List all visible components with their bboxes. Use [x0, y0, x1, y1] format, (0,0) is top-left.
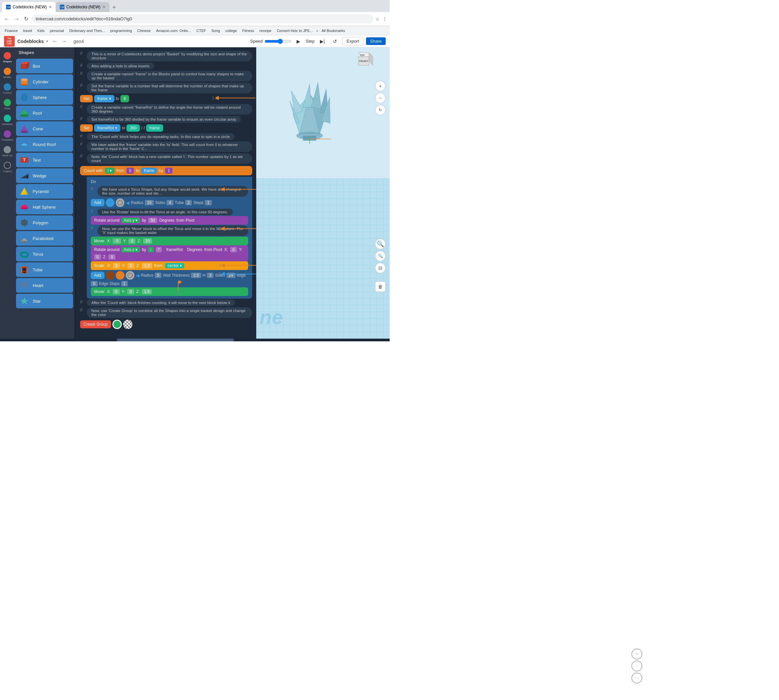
tab-inactive[interactable]: CB Codeblocks (NEW) ✕ — [56, 2, 109, 12]
menu-icon[interactable]: ⋮ — [382, 16, 387, 22]
cat-control[interactable]: Control — [1, 81, 14, 96]
bookmark-convert[interactable]: Convert Heic to JPE... — [275, 28, 315, 33]
bookmark-finance[interactable]: Finance — [3, 28, 20, 33]
rotate2-from: from Pivot — [204, 247, 222, 252]
star-icon[interactable]: ☆ — [375, 16, 379, 22]
move2-row[interactable]: Move: X: 0 Y: 0 Z: 1.5 — [91, 287, 248, 296]
torus-shape-btn[interactable] — [106, 198, 114, 207]
set-framerot-keyword[interactable]: Set — [80, 124, 93, 132]
cat-shapes[interactable]: Shapes — [1, 50, 14, 65]
new-tab-button[interactable]: + — [109, 3, 119, 12]
reset-button[interactable]: ↺ — [330, 37, 339, 45]
view-cube[interactable]: TOP FRONT — [352, 52, 373, 69]
shape-item-tube[interactable]: Tube — [16, 262, 73, 277]
add2-keyword-block[interactable]: Add — [91, 272, 104, 279]
add-arrow: ◀ — [126, 200, 129, 205]
framerot-var-block[interactable]: frameRot ▾ — [94, 124, 120, 132]
forward-button[interactable]: → — [13, 15, 21, 23]
delete-btn-3d[interactable]: 🗑 — [375, 281, 386, 292]
shape-item-torus[interactable]: Torus — [16, 247, 73, 261]
play-button[interactable]: ▶ — [294, 37, 303, 45]
group-color-btn2[interactable] — [123, 320, 132, 329]
framerot-val1-block[interactable]: 360 — [127, 124, 140, 132]
shape-item-half-sphere[interactable]: Half Sphere — [16, 200, 73, 214]
shape-categories: Shapes Modify Control Math Variables Tem… — [0, 47, 15, 339]
remove-view-btn[interactable]: − — [375, 93, 386, 103]
cat-variables[interactable]: Variables — [1, 113, 14, 128]
rotate-row[interactable]: Rotate around Axis y ▾ by 50 Degrees fro… — [91, 216, 248, 225]
framerot-val2-block[interactable]: frame — [146, 124, 163, 132]
bookmark-dictionary[interactable]: Dictionary and Thes... — [67, 28, 107, 33]
rotate2-axis[interactable]: Axis z ▾ — [122, 247, 140, 252]
add2-shape2[interactable] — [116, 271, 124, 280]
zoom-out-3d[interactable]: 🔍 — [375, 251, 386, 261]
tab-active[interactable]: CB Codeblocks (NEW) ✕ — [2, 2, 56, 12]
bookmark-personal[interactable]: personal — [48, 28, 66, 33]
rotate-view-btn[interactable]: ↻ — [375, 105, 386, 115]
bookmarks-more[interactable]: » — [316, 29, 318, 33]
bookmark-amazon[interactable]: Amazon.com: Onlin... — [154, 28, 193, 33]
bookmark-chinese[interactable]: Chinese — [135, 28, 152, 33]
add2-shape3[interactable] — [126, 271, 134, 280]
shape-item-text[interactable]: T Text — [16, 153, 73, 167]
rotate2-row[interactable]: Rotate around Axis z ▾ by i * frameRot D… — [91, 245, 248, 261]
bookmark-kids[interactable]: Kids — [35, 28, 46, 33]
address-input[interactable] — [32, 14, 373, 23]
hole-shape-btn[interactable] — [116, 198, 124, 207]
cat-markup[interactable]: Mark Up — [1, 144, 14, 159]
horizontal-scrollbar[interactable] — [0, 339, 390, 341]
rotate-axis[interactable]: Axis y ▾ — [122, 218, 140, 223]
tab-close-active[interactable]: ✕ — [49, 5, 52, 9]
shape-item-polygon[interactable]: Polygon — [16, 215, 73, 230]
shape-item-star[interactable]: Star — [16, 294, 73, 308]
bookmark-travel[interactable]: travel — [21, 28, 34, 33]
back-button[interactable]: ← — [3, 15, 11, 23]
zoom-in-3d[interactable]: 🔍 — [375, 239, 386, 249]
shape-item-sphere[interactable]: Sphere — [16, 90, 73, 105]
shape-item-wedge[interactable]: Wedge — [16, 168, 73, 183]
group-color-btn1[interactable] — [112, 320, 122, 329]
shape-item-round-roof[interactable]: Round Roof — [16, 137, 73, 152]
add-view-btn[interactable]: + — [375, 81, 386, 91]
shape-item-cone[interactable]: Cone — [16, 121, 73, 136]
add2-shape1[interactable] — [106, 271, 114, 280]
shape-item-heart[interactable]: Heart — [16, 278, 73, 293]
cat-modify[interactable]: Modify — [1, 66, 14, 81]
bookmark-programming[interactable]: programming — [108, 28, 134, 33]
shape-item-roof[interactable]: Roof — [16, 106, 73, 120]
h-scroll-thumb[interactable] — [117, 339, 234, 341]
frame-var-block[interactable]: frame ▾ — [94, 95, 114, 102]
frame-val-block[interactable]: 8 — [120, 95, 129, 102]
refresh-button[interactable]: ↻ — [23, 14, 30, 23]
bookmark-college[interactable]: college — [223, 28, 239, 33]
scale-center[interactable]: center ▾ — [165, 263, 184, 268]
code-area[interactable]: // This is a remix of Codeblocks demo pr… — [76, 47, 256, 339]
create-group-block[interactable]: Create Group — [80, 320, 111, 328]
add-keyword-block[interactable]: Add — [91, 199, 104, 206]
move1-row[interactable]: Move: X: -5 Y: 0 Z: 20 — [91, 237, 248, 245]
share-button[interactable]: Share — [366, 37, 386, 45]
bookmark-all[interactable]: All Bookmarks — [319, 28, 347, 33]
bookmark-song[interactable]: Song — [209, 28, 222, 33]
tab-close-inactive[interactable]: ✕ — [102, 5, 105, 9]
shape-item-pyramid[interactable]: Pyramid — [16, 184, 73, 199]
export-button[interactable]: Export — [342, 37, 364, 45]
zoom-fit-3d[interactable]: ⊟ — [375, 263, 386, 273]
redo-button[interactable]: → — [60, 38, 68, 45]
undo-button[interactable]: ← — [51, 38, 59, 45]
shape-item-cylinder[interactable]: Cylinder — [16, 74, 73, 89]
app-name-caret[interactable]: ▾ — [46, 39, 48, 43]
step-button[interactable]: ▶| — [317, 37, 328, 45]
count-from-label: from — [117, 168, 124, 173]
shape-item-box[interactable]: Box — [16, 59, 73, 73]
bookmark-fitness[interactable]: Fitness — [240, 28, 256, 33]
bookmark-ctef[interactable]: CTEF — [194, 28, 208, 33]
cat-templates[interactable]: Templates — [1, 128, 14, 143]
count-with-row[interactable]: Count with i ▾ from 0 to frame by 1 — [80, 166, 252, 175]
cat-math[interactable]: Math — [1, 97, 14, 112]
cat-legacy[interactable]: Legacy — [1, 160, 14, 175]
speed-slider[interactable] — [264, 39, 291, 44]
shape-item-paraboloid[interactable]: Paraboloid — [16, 231, 73, 246]
set-keyword-block[interactable]: Set — [80, 95, 93, 102]
bookmark-receipte[interactable]: receipe — [257, 28, 274, 33]
